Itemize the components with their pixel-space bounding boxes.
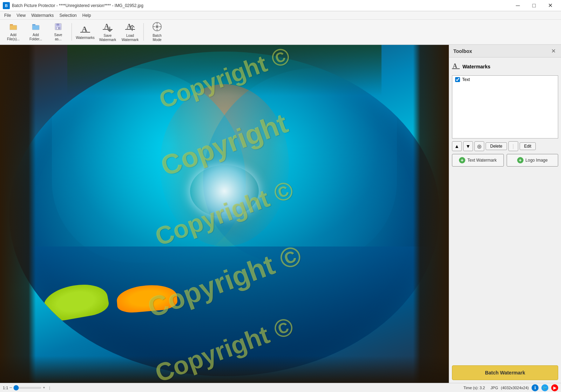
load-watermark-icon: A bbox=[125, 22, 135, 33]
window-title: Batch Picture Protector - ****Unregister… bbox=[12, 3, 510, 8]
watermarks-section-header: A Watermarks bbox=[452, 60, 558, 73]
zoom-increase-icon: + bbox=[43, 386, 45, 390]
add-files-icon bbox=[9, 22, 18, 32]
save-as-icon bbox=[54, 22, 62, 32]
save-as-label: Saveas... bbox=[54, 33, 62, 41]
youtube-icon: ▶ bbox=[553, 385, 556, 390]
load-watermark-label: LoadWatermark bbox=[122, 34, 139, 42]
maximize-button[interactable]: □ bbox=[526, 0, 542, 11]
watermarks-panel: A Watermarks Text ▲ ▼ bbox=[449, 58, 561, 363]
toolbox-panel: Toolbox ✕ A Watermarks Text bbox=[449, 45, 561, 383]
time-label: Time (s): 3.2 bbox=[464, 386, 485, 390]
watermarks-section-icon: A bbox=[452, 62, 460, 71]
canvas-area: Copyright © Copyright Copyright © Copyri… bbox=[0, 45, 449, 383]
batch-watermark-button[interactable]: Batch Watermark bbox=[452, 365, 558, 380]
toolbox-title-row: Toolbox bbox=[453, 48, 472, 54]
toolbar-separator-1 bbox=[72, 23, 72, 41]
move-up-button[interactable]: ▲ bbox=[452, 141, 462, 151]
app-icon: B bbox=[3, 2, 10, 9]
svg-rect-6 bbox=[56, 23, 59, 26]
edit-watermark-button[interactable]: Edit bbox=[520, 142, 536, 150]
add-logo-watermark-button[interactable]: + Logo Image bbox=[507, 154, 559, 167]
zoom-decrease-icon: ─ bbox=[9, 386, 12, 390]
info-icon: ℹ bbox=[534, 385, 536, 390]
watermark-checkbox[interactable] bbox=[455, 77, 460, 82]
save-as-button[interactable]: Saveas... bbox=[48, 21, 69, 42]
toolbar-separator-2 bbox=[143, 23, 144, 41]
watermark-list-item[interactable]: Text bbox=[452, 76, 558, 83]
twitter-button[interactable]: 🐦 bbox=[541, 384, 548, 391]
save-watermark-button[interactable]: A SaveWatermark bbox=[97, 21, 118, 42]
move-up-icon: ▲ bbox=[454, 143, 459, 149]
close-button[interactable]: ✕ bbox=[542, 0, 558, 11]
twitter-icon: 🐦 bbox=[542, 385, 548, 390]
toolbox-header: Toolbox ✕ bbox=[449, 45, 561, 58]
minimize-button[interactable]: ─ bbox=[510, 0, 526, 11]
add-logo-icon: + bbox=[517, 157, 523, 163]
main-area: Copyright © Copyright Copyright © Copyri… bbox=[0, 45, 561, 383]
svg-rect-4 bbox=[32, 25, 39, 30]
load-watermark-button[interactable]: A LoadWatermark bbox=[120, 21, 141, 42]
toolbar: AddFile(s)... AddFolder... Saveas... A bbox=[0, 20, 561, 45]
add-watermark-row: + Text Watermark + Logo Image bbox=[452, 154, 558, 167]
add-text-watermark-button[interactable]: + Text Watermark bbox=[452, 154, 504, 167]
status-bar: 1:1 ─ + | Time (s): 3.2 JPG (4032x3024x2… bbox=[0, 383, 561, 392]
batch-mode-label: BatchMode bbox=[153, 34, 162, 42]
watermarks-icon: A bbox=[80, 24, 90, 35]
menu-selection[interactable]: Selection bbox=[56, 12, 79, 19]
svg-rect-2 bbox=[10, 25, 17, 30]
zoom-control: 1:1 ─ + bbox=[3, 386, 45, 390]
title-bar: B Batch Picture Protector - ****Unregist… bbox=[0, 0, 561, 11]
svg-rect-7 bbox=[56, 27, 60, 29]
svg-rect-8 bbox=[57, 27, 58, 29]
format-label: JPG bbox=[491, 386, 498, 390]
watermarks-button[interactable]: A Watermarks bbox=[75, 21, 96, 42]
canvas-image: Copyright © Copyright Copyright © Copyri… bbox=[0, 45, 449, 383]
toggle-visible-button[interactable]: ◎ bbox=[474, 141, 484, 151]
status-info: Time (s): 3.2 JPG (4032x3024x24) ℹ 🐦 ▶ bbox=[464, 384, 558, 391]
save-watermark-label: SaveWatermark bbox=[99, 34, 116, 42]
add-files-label: AddFile(s)... bbox=[7, 33, 20, 41]
menu-help[interactable]: Help bbox=[80, 12, 94, 19]
add-folder-button[interactable]: AddFolder... bbox=[25, 21, 46, 42]
info-button[interactable]: ℹ bbox=[532, 384, 539, 391]
add-files-button[interactable]: AddFile(s)... bbox=[3, 21, 24, 42]
watermark-list[interactable]: Text bbox=[452, 75, 558, 138]
window-controls: ─ □ ✕ bbox=[510, 0, 558, 11]
watermarks-label: Watermarks bbox=[76, 36, 95, 40]
status-separator: | bbox=[49, 386, 50, 390]
move-down-icon: ▼ bbox=[466, 143, 471, 149]
save-watermark-icon: A bbox=[103, 22, 113, 33]
move-down-button[interactable]: ▼ bbox=[463, 141, 473, 151]
add-folder-icon bbox=[32, 22, 40, 32]
watermarks-section-title: Watermarks bbox=[462, 64, 491, 69]
youtube-button[interactable]: ▶ bbox=[551, 384, 558, 391]
add-logo-label: Logo Image bbox=[526, 158, 548, 163]
toolbox-title: Toolbox bbox=[453, 48, 472, 54]
zoom-label: 1:1 bbox=[3, 386, 8, 390]
menu-watermarks[interactable]: Watermarks bbox=[28, 12, 56, 19]
toolbox-close-button[interactable]: ✕ bbox=[550, 48, 557, 55]
toggle-visible-icon: ◎ bbox=[477, 143, 481, 149]
delete-watermark-button[interactable]: Delete bbox=[486, 142, 507, 150]
batch-mode-button[interactable]: BatchMode bbox=[147, 21, 168, 42]
menu-bar: File View Watermarks Selection Help bbox=[0, 11, 561, 20]
dimensions-label: (4032x3024x24) bbox=[501, 386, 529, 390]
add-text-label: Text Watermark bbox=[467, 158, 497, 163]
batch-mode-icon bbox=[152, 22, 162, 33]
watermark-item-label: Text bbox=[462, 77, 470, 82]
svg-text:A: A bbox=[104, 22, 109, 30]
zoom-slider[interactable] bbox=[13, 387, 41, 388]
add-folder-label: AddFolder... bbox=[29, 33, 42, 41]
menu-file[interactable]: File bbox=[1, 12, 14, 19]
svg-point-22 bbox=[156, 25, 158, 28]
menu-view[interactable]: View bbox=[14, 12, 28, 19]
separator-icon: | bbox=[508, 141, 518, 151]
add-text-icon: + bbox=[459, 157, 465, 163]
watermark-list-toolbar: ▲ ▼ ◎ Delete | Edit bbox=[452, 141, 558, 151]
